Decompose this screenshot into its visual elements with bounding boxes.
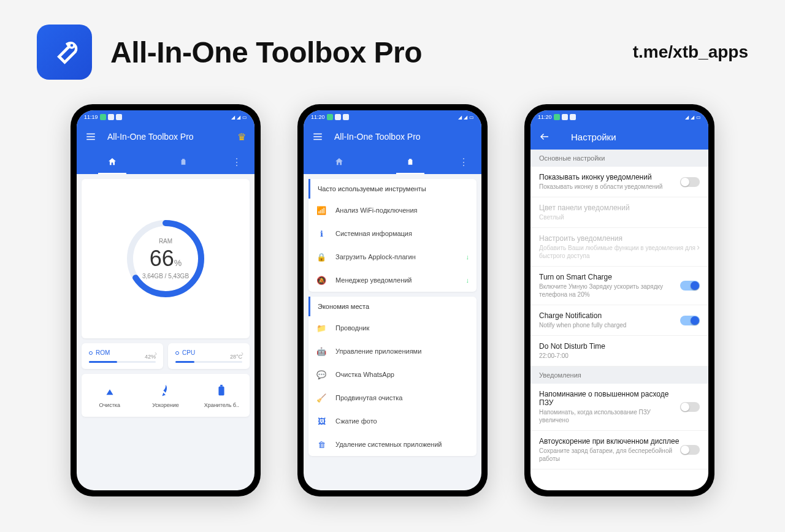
battery-icon xyxy=(213,382,229,398)
section-storage: Экономия места 📁Проводник 🤖Управление пр… xyxy=(308,297,477,456)
section-frequent: Часто используемые инструменты 📶Анализ W… xyxy=(308,179,477,292)
tool-photo[interactable]: 🖼Сжатие фото xyxy=(308,409,477,433)
tab-bar: ⋮ xyxy=(77,150,255,174)
ram-label: RAM xyxy=(159,238,172,245)
back-icon[interactable] xyxy=(539,131,550,142)
phone-settings: 11:20 ◢◢▭ Настройки Основные настройки П… xyxy=(524,104,714,496)
download-icon: ↓ xyxy=(466,253,470,260)
section-header: Часто используемые инструменты xyxy=(308,179,477,199)
svg-rect-5 xyxy=(220,385,223,387)
phone-tools: 11:20 ◢◢▭ All-In-One Toolbox Pro ⋮ Часто… xyxy=(297,104,488,496)
svg-point-1 xyxy=(70,44,73,47)
appbar-title: All-In-One Toolbox Pro xyxy=(334,132,473,142)
stat-rom[interactable]: ROM › 42% xyxy=(82,343,163,369)
chevron-right-icon: › xyxy=(697,242,700,252)
action-clean[interactable]: Очистка xyxy=(82,382,137,408)
action-boost[interactable]: Ускорение xyxy=(137,382,193,408)
toggle-pzu[interactable] xyxy=(680,402,700,412)
app-icon xyxy=(37,25,92,80)
app-bar: All-In-One Toolbox Pro ♛ xyxy=(77,124,255,150)
phone-home: 11:19 ◢◢▭ All-In-One Toolbox Pro ♛ ⋮ RAM… xyxy=(71,104,261,496)
row-charge-notif[interactable]: Charge NotificationNotify when phone ful… xyxy=(530,305,708,336)
tool-whatsapp[interactable]: 💬Очистка WhatsApp xyxy=(308,363,477,386)
clean-icon: 🧹 xyxy=(316,392,327,403)
page-header: All-In-One Toolbox Pro t.me/xtb_apps xyxy=(0,0,785,92)
row-notif-icon[interactable]: Показывать иконку уведомленийПоказывать … xyxy=(530,167,708,197)
folder-icon: 📁 xyxy=(316,322,327,333)
tool-sysapp[interactable]: 🗑Удаление системных приложений xyxy=(308,433,477,456)
toggle-charge-notif[interactable] xyxy=(680,316,700,325)
ram-ring: RAM 66% 3,64GB / 5,43GB xyxy=(123,216,209,302)
info-icon: ℹ xyxy=(316,228,327,239)
stats-row: ROM › 42% CPU › 28°C xyxy=(82,343,250,369)
tab-more[interactable]: ⋮ xyxy=(446,150,481,174)
status-bar: 11:19 ◢◢▭ xyxy=(77,110,255,124)
phones-row: 11:19 ◢◢▭ All-In-One Toolbox Pro ♛ ⋮ RAM… xyxy=(0,92,785,509)
tool-notif[interactable]: 🔕Менеджер уведомлений↓ xyxy=(308,268,477,292)
status-bar: 11:20 ◢◢▭ xyxy=(304,110,481,124)
row-dnd[interactable]: Do Not Disturb Time22:00-7:00 xyxy=(530,336,708,367)
download-icon: ↓ xyxy=(466,276,470,284)
crown-icon[interactable]: ♛ xyxy=(237,131,246,143)
svg-rect-4 xyxy=(219,387,224,396)
lock-icon: 🔒 xyxy=(316,251,327,262)
row-panel-color: Цвет панели уведомленийСветлый xyxy=(530,197,708,228)
app-bar: All-In-One Toolbox Pro xyxy=(304,124,481,150)
settings-title: Настройки xyxy=(571,132,616,142)
ram-card[interactable]: RAM 66% 3,64GB / 5,43GB xyxy=(82,179,250,338)
menu-icon[interactable] xyxy=(85,131,96,142)
tab-home[interactable] xyxy=(77,150,148,174)
tool-advclean[interactable]: 🧹Продвинутая очистка xyxy=(308,386,477,409)
tool-explorer[interactable]: 📁Проводник xyxy=(308,316,477,340)
image-icon: 🖼 xyxy=(316,416,327,427)
wifi-icon: 📶 xyxy=(316,205,327,216)
tab-more[interactable]: ⋮ xyxy=(219,150,255,174)
tool-applock[interactable]: 🔒Загрузить Applock-плагин↓ xyxy=(308,245,477,268)
ram-value: 66 xyxy=(150,246,174,271)
row-customize: Настроить уведомленияДобавить Ваши любим… xyxy=(530,228,708,267)
status-time: 11:20 xyxy=(311,114,325,120)
settings-appbar: Настройки xyxy=(530,124,708,150)
broom-icon xyxy=(102,382,118,398)
row-smart-charge[interactable]: Turn on Smart ChargeВключите Умную Заряд… xyxy=(530,267,708,305)
tool-wifi[interactable]: 📶Анализ WiFi-подключения xyxy=(308,199,477,222)
status-time: 11:19 xyxy=(84,114,98,120)
row-pzu[interactable]: Напоминание о повышенном расходе ПЗУНапо… xyxy=(530,384,708,431)
tab-home[interactable] xyxy=(304,150,375,174)
tool-apps[interactable]: 🤖Управление приложениями xyxy=(308,340,477,363)
ram-sub: 3,64GB / 5,43GB xyxy=(142,273,189,279)
tab-tools[interactable] xyxy=(375,150,446,174)
status-bar: 11:20 ◢◢▭ xyxy=(530,110,708,124)
rocket-icon xyxy=(158,382,174,398)
section-notif: Уведомления xyxy=(530,367,708,384)
android-icon: 🤖 xyxy=(316,346,327,357)
tool-sysinfo[interactable]: ℹСистемная информация xyxy=(308,222,477,245)
stat-cpu[interactable]: CPU › 28°C xyxy=(168,343,250,369)
toggle-smart-charge[interactable] xyxy=(680,281,700,291)
section-header: Экономия места xyxy=(308,297,477,316)
status-time: 11:20 xyxy=(538,114,552,120)
telegram-link[interactable]: t.me/xtb_apps xyxy=(633,42,748,62)
page-title: All-In-One Toolbox Pro xyxy=(110,36,633,69)
whatsapp-icon: 💬 xyxy=(316,369,327,380)
row-autoboost[interactable]: Автоускорение при включенном дисплееСохр… xyxy=(530,431,708,469)
bell-off-icon: 🔕 xyxy=(316,275,327,286)
toggle-notif-icon[interactable] xyxy=(680,177,700,187)
section-main: Основные настройки xyxy=(530,150,708,167)
tab-tools[interactable] xyxy=(148,150,219,174)
menu-icon[interactable] xyxy=(312,131,323,142)
trash-icon: 🗑 xyxy=(316,439,327,450)
tab-bar: ⋮ xyxy=(304,150,481,174)
actions-card: Очистка Ускорение Хранитель б.. xyxy=(82,374,250,417)
action-storage[interactable]: Хранитель б.. xyxy=(194,382,250,408)
appbar-title: All-In-One Toolbox Pro xyxy=(107,132,237,142)
toggle-autoboost[interactable] xyxy=(680,445,700,455)
